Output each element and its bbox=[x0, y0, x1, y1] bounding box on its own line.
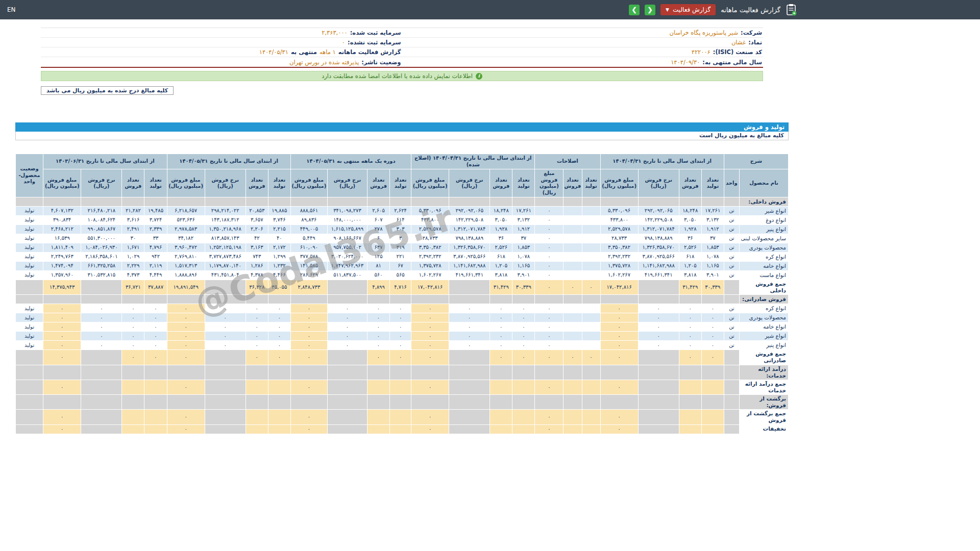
status-cell bbox=[16, 365, 43, 380]
value-cell: ۰ bbox=[535, 253, 564, 262]
value-cell: ۰ bbox=[638, 332, 679, 341]
value-cell: ۰ bbox=[290, 410, 327, 424]
value-cell bbox=[582, 271, 600, 280]
value-cell: ۱,۴۷۴,۰۹۴ bbox=[43, 262, 81, 271]
value-cell: ۰ bbox=[535, 341, 564, 350]
value-cell: ۰ bbox=[535, 380, 564, 394]
table-row: فروش صادراتی: bbox=[16, 295, 789, 304]
value-cell bbox=[679, 365, 701, 380]
value-cell: ۱,۲۵۲,۱۲۵,۱۹۸ bbox=[205, 243, 246, 253]
value-cell: ۶ bbox=[368, 234, 390, 243]
value-cell: ۰ bbox=[144, 332, 167, 341]
column-header: واحد bbox=[724, 169, 739, 197]
info-value: ۰ bbox=[342, 39, 345, 46]
value-cell: ۱۸,۲۴۸ bbox=[679, 207, 701, 216]
value-cell bbox=[144, 410, 167, 424]
value-cell: ۳۰,۳۳۹ bbox=[701, 280, 724, 295]
next-report-button[interactable]: ❯ bbox=[629, 5, 640, 15]
value-cell: ۳,۶۵۷ bbox=[246, 216, 268, 225]
status-cell: تولید bbox=[16, 262, 43, 271]
status-cell bbox=[16, 424, 43, 434]
value-cell bbox=[582, 225, 600, 234]
info-value: ۱۴۰۴/۰۹/۳۰ bbox=[671, 59, 700, 66]
value-cell: ۰ bbox=[512, 350, 535, 365]
value-cell bbox=[701, 424, 724, 434]
status-cell: تولید bbox=[16, 322, 43, 332]
value-cell: ۱۷,۲۶۱ bbox=[701, 207, 724, 216]
value-cell: ۰ bbox=[701, 304, 724, 313]
value-cell bbox=[582, 207, 600, 216]
column-header: وضعیت محصول-واحد bbox=[16, 154, 43, 197]
value-cell: ۰ bbox=[390, 350, 411, 365]
value-cell: ۰ bbox=[290, 332, 327, 341]
value-cell: ۱۴۸,۰۰۰,۰۰۰ bbox=[327, 216, 367, 225]
value-cell: ۳,۱۶۳ bbox=[246, 243, 268, 253]
value-cell: ۰ bbox=[411, 380, 449, 394]
value-cell: ۵,۴۴۹ bbox=[290, 234, 327, 243]
value-cell: ۷۹۸,۱۳۸,۸۸۹ bbox=[449, 234, 490, 243]
value-cell bbox=[679, 395, 701, 410]
value-cell: ۰ bbox=[368, 304, 390, 313]
report-type-dropdown[interactable]: گزارش فعالیت ▼ bbox=[660, 4, 716, 15]
value-cell bbox=[122, 197, 144, 207]
value-cell: ۱,۹۱۲ bbox=[512, 225, 535, 234]
value-cell bbox=[490, 295, 512, 304]
report-type-dropdown-label: گزارش فعالیت bbox=[673, 6, 710, 13]
info-value: ۴۲۲۰۰۶ bbox=[692, 48, 710, 56]
status-cell: تولید bbox=[16, 341, 43, 350]
value-cell: ۳۵,۰۵۵ bbox=[268, 280, 290, 295]
value-cell: ۰ bbox=[268, 304, 290, 313]
value-cell bbox=[368, 410, 390, 424]
value-cell: ۰ bbox=[535, 424, 564, 434]
prev-report-button[interactable]: ❮ bbox=[645, 5, 655, 15]
value-cell: ۶,۲۱۸,۶۵۷ bbox=[167, 207, 205, 216]
value-cell: ۰ bbox=[490, 332, 512, 341]
product-name-cell: انواع کره bbox=[739, 253, 788, 262]
value-cell: ۰ bbox=[390, 332, 411, 341]
value-cell: ۰ bbox=[600, 304, 638, 313]
column-header: نرخ فروش (ریال) bbox=[638, 169, 679, 197]
value-cell: ۴,۴۶۶ bbox=[268, 271, 290, 280]
value-cell: ۱۹,۴۸۵ bbox=[144, 207, 167, 216]
value-cell: ۳,۸۷۰,۹۲۵,۵۶۶ bbox=[449, 253, 490, 262]
value-cell: ۱,۳۷۵,۷۲۸ bbox=[411, 262, 449, 271]
value-cell bbox=[535, 365, 564, 380]
value-cell: ۰ bbox=[290, 350, 327, 365]
value-cell bbox=[205, 197, 246, 207]
table-body: فروش داخلی:انواع شیرتن۱۷,۲۶۱۱۸,۲۴۸۲۹۲,۰۹… bbox=[16, 197, 789, 434]
value-cell: ۲,۶۲۴ bbox=[390, 207, 411, 216]
value-cell bbox=[701, 380, 724, 394]
product-name-cell: جمع برگشت از فروش bbox=[739, 410, 788, 424]
value-cell bbox=[290, 395, 327, 410]
value-cell: ۳,۹۰۱ bbox=[512, 271, 535, 280]
status-cell: تولید bbox=[16, 234, 43, 243]
value-cell: ۰ bbox=[600, 350, 638, 365]
table-row: انواع خامهتن۰۰۰۰۰۰۰۰۰۰۰۰۰۰۰۰۰۰۰۰۰تولید bbox=[16, 322, 789, 332]
product-name-cell: انواع شیر bbox=[739, 207, 788, 216]
value-cell bbox=[327, 380, 367, 394]
value-cell: ۲,۸۴۸,۷۳۳ bbox=[290, 280, 327, 295]
value-cell: ۲,۲۱۵ bbox=[268, 225, 290, 234]
value-cell: ۱,۱۴۱,۶۸۲,۹۸۸ bbox=[449, 262, 490, 271]
value-cell: ۰ bbox=[268, 313, 290, 322]
value-cell: ۲,۹۷۸,۵۸۳ bbox=[167, 225, 205, 234]
value-cell: ۰ bbox=[535, 271, 564, 280]
value-cell bbox=[390, 424, 411, 434]
value-cell: ۰ bbox=[411, 424, 449, 434]
table-row: انواع شیرتن۱۷,۲۶۱۱۸,۲۴۸۲۹۲,۰۹۲,۰۶۵۵,۳۳۰,… bbox=[16, 207, 789, 216]
value-cell bbox=[327, 350, 367, 365]
value-cell: ۱۹,۸۹۱,۵۴۹ bbox=[167, 280, 205, 295]
language-toggle[interactable]: EN bbox=[7, 6, 16, 13]
value-cell: ۰ bbox=[144, 341, 167, 350]
info-value: ۱۴۰۴/۰۵/۳۱ bbox=[259, 48, 288, 56]
value-cell: ۴,۴۴۹ bbox=[144, 271, 167, 280]
value-cell bbox=[390, 380, 411, 394]
value-cell: ۰ bbox=[144, 304, 167, 313]
value-cell bbox=[600, 365, 638, 380]
status-cell: تولید bbox=[16, 225, 43, 234]
value-cell: ۰ bbox=[535, 313, 564, 322]
status-cell: تولید bbox=[16, 207, 43, 216]
value-cell: ۳۱۹ bbox=[390, 243, 411, 253]
value-cell: ۰ bbox=[411, 332, 449, 341]
value-cell bbox=[535, 395, 564, 410]
